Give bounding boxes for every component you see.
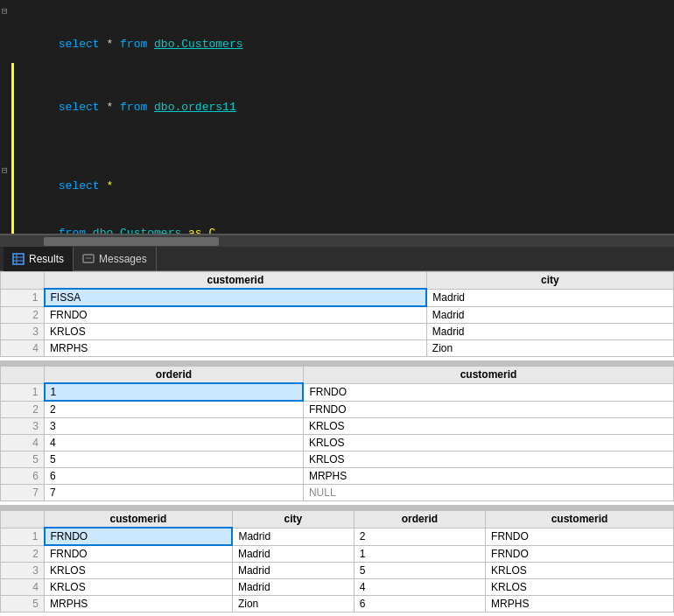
table-row: 1 FISSA Madrid xyxy=(1,289,674,306)
col-customerid-t3: customerid xyxy=(45,511,233,528)
cell-customerid: FRNDO xyxy=(303,401,673,418)
cell-customerid: KRLOS xyxy=(303,435,673,452)
cell-customerid2: MRPHS xyxy=(486,596,674,612)
tab-results-label: Results xyxy=(29,253,64,265)
cell-customerid: FRNDO xyxy=(303,383,673,401)
table-row: 6 6 MRPHS xyxy=(1,468,674,485)
cell-customerid: MRPHS xyxy=(45,340,427,357)
cell-customerid2: FRNDO xyxy=(486,528,674,545)
sql-editor[interactable]: ⊟ select * from dbo.Customers select * f… xyxy=(0,0,674,234)
table-row: 4 4 KRLOS xyxy=(1,435,674,452)
cell-customerid2: KRLOS xyxy=(486,563,674,579)
cell-customerid: KRLOS xyxy=(45,579,233,596)
cell-customerid: KRLOS xyxy=(45,324,427,340)
result-table-2: orderid customerid 1 1 FRNDO 2 2 FRNDO 3… xyxy=(0,366,674,501)
table-row: 4 MRPHS Zion xyxy=(1,340,674,357)
minus-1[interactable]: ⊟ xyxy=(2,4,8,19)
table-row: 3 KRLOS Madrid xyxy=(1,324,674,340)
result-table-1: customerid city 1 FISSA Madrid 2 FRNDO M… xyxy=(0,271,674,357)
col-rownum-t1 xyxy=(1,272,45,290)
cell-customerid: MRPHS xyxy=(45,596,233,612)
cell-orderid: 2 xyxy=(45,401,304,418)
tab-messages[interactable]: Messages xyxy=(74,247,157,271)
minus-5[interactable]: ⊟ xyxy=(2,163,8,178)
table-row: 5 5 KRLOS xyxy=(1,452,674,468)
col-city-t1: city xyxy=(426,272,673,290)
cell-orderid: 4 xyxy=(354,579,485,596)
cell-city: Madrid xyxy=(426,306,673,324)
cell-orderid: 5 xyxy=(354,563,485,579)
messages-icon xyxy=(82,253,95,265)
cell-customerid[interactable]: FISSA xyxy=(45,289,427,306)
table-row: 1 1 FRNDO xyxy=(1,383,674,401)
cell-orderid: 4 xyxy=(45,435,304,452)
cell-orderid: 1 xyxy=(354,545,485,563)
cell-customerid: NULL xyxy=(303,485,673,501)
result-table-3: customerid city orderid customerid 1 FRN… xyxy=(0,510,674,612)
cell-city: Madrid xyxy=(232,528,354,545)
code-line-4 xyxy=(18,131,674,147)
cell-orderid: 5 xyxy=(45,452,304,468)
cell-orderid[interactable]: 1 xyxy=(45,383,304,401)
cell-orderid: 6 xyxy=(354,596,485,612)
table-row: 7 7 NULL xyxy=(1,485,674,501)
cell-customerid: FRNDO xyxy=(45,306,427,324)
cell-orderid: 3 xyxy=(45,418,304,435)
tab-results[interactable]: Results xyxy=(4,247,74,271)
col-rownum-t3 xyxy=(1,511,45,528)
table-row: 2 FRNDO Madrid 1 FRNDO xyxy=(1,545,674,563)
table-row: 2 FRNDO Madrid xyxy=(1,306,674,324)
horizontal-scrollbar[interactable] xyxy=(0,234,674,247)
cell-city: Madrid xyxy=(232,579,354,596)
col-city-t3: city xyxy=(232,511,354,528)
cell-customerid2: FRNDO xyxy=(486,545,674,563)
code-line-2 xyxy=(18,68,674,84)
cell-orderid: 6 xyxy=(45,468,304,485)
code-line-6: from dbo.Customers as C xyxy=(18,210,674,234)
table-row: 3 KRLOS Madrid 5 KRLOS xyxy=(1,563,674,579)
table-row: 5 MRPHS Zion 6 MRPHS xyxy=(1,596,674,612)
code-line-3: select * from dbo.orders11 xyxy=(18,84,674,131)
cell-customerid[interactable]: FRNDO xyxy=(45,528,233,545)
cell-city: Zion xyxy=(232,596,354,612)
col-orderid-t3: orderid xyxy=(354,511,485,528)
results-panel[interactable]: customerid city 1 FISSA Madrid 2 FRNDO M… xyxy=(0,271,674,616)
table-row: 4 KRLOS Madrid 4 KRLOS xyxy=(1,579,674,596)
yellow-indicator xyxy=(11,63,14,234)
customers-table: customerid city 1 FISSA Madrid 2 FRNDO M… xyxy=(0,271,674,357)
cell-city: Madrid xyxy=(426,324,673,340)
col-orderid-t2: orderid xyxy=(45,367,304,384)
code-line-1: ⊟ select * from dbo.Customers xyxy=(18,5,674,68)
cell-orderid: 2 xyxy=(354,528,485,545)
tab-messages-label: Messages xyxy=(99,253,147,265)
col-rownum-t2 xyxy=(1,367,45,384)
cell-customerid: KRLOS xyxy=(303,418,673,435)
svg-rect-0 xyxy=(13,254,24,264)
scrollbar-thumb[interactable] xyxy=(44,237,219,246)
code-area: ⊟ select * from dbo.Customers select * f… xyxy=(0,4,674,234)
table-row: 3 3 KRLOS xyxy=(1,418,674,435)
cell-orderid: 7 xyxy=(45,485,304,501)
cell-customerid: KRLOS xyxy=(45,563,233,579)
results-icon xyxy=(12,253,25,265)
cross-apply-table: customerid city orderid customerid 1 FRN… xyxy=(0,510,674,612)
col-customerid-t1: customerid xyxy=(45,272,427,290)
code-line-5: ⊟ select * xyxy=(18,147,674,210)
orders-table: orderid customerid 1 1 FRNDO 2 2 FRNDO 3… xyxy=(0,366,674,501)
col-customerid2-t3: customerid xyxy=(486,511,674,528)
cell-customerid: KRLOS xyxy=(303,452,673,468)
table-row: 1 FRNDO Madrid 2 FRNDO xyxy=(1,528,674,545)
col-customerid-t2: customerid xyxy=(303,367,673,384)
cell-city: Zion xyxy=(426,340,673,357)
cell-customerid: MRPHS xyxy=(303,468,673,485)
tabs-bar: Results Messages xyxy=(0,247,674,271)
cell-city: Madrid xyxy=(232,545,354,563)
cell-customerid2: KRLOS xyxy=(486,579,674,596)
cell-customerid: FRNDO xyxy=(45,545,233,563)
cell-city: Madrid xyxy=(426,289,673,306)
table-row: 2 2 FRNDO xyxy=(1,401,674,418)
cell-city: Madrid xyxy=(232,563,354,579)
